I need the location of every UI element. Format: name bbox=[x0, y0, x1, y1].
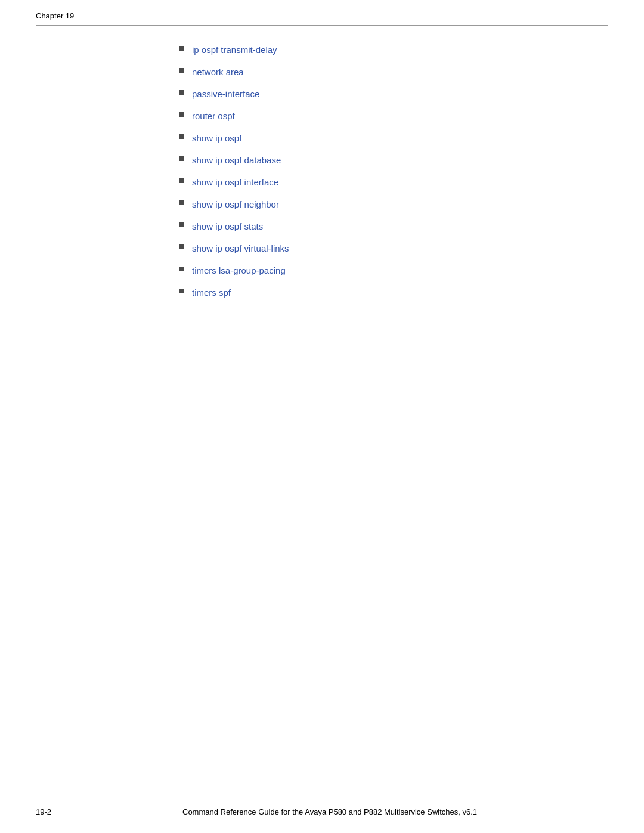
list-item: network area bbox=[179, 66, 608, 78]
toc-link-3[interactable]: passive-interface bbox=[192, 88, 259, 100]
bullet-icon bbox=[179, 289, 184, 293]
list-item: timers spf bbox=[179, 286, 608, 299]
bullet-icon bbox=[179, 134, 184, 139]
footer-area: 19-2 Command Reference Guide for the Ava… bbox=[0, 801, 644, 816]
list-item: show ip ospf stats bbox=[179, 220, 608, 233]
list-item: timers lsa-group-pacing bbox=[179, 264, 608, 277]
list-item: show ip ospf neighbor bbox=[179, 198, 608, 210]
footer-page-number: 19-2 bbox=[36, 807, 51, 816]
list-item: show ip ospf interface bbox=[179, 176, 608, 188]
bullet-icon bbox=[179, 178, 184, 183]
bullet-icon bbox=[179, 112, 184, 117]
list-item: router ospf bbox=[179, 110, 608, 122]
bullet-icon bbox=[179, 46, 184, 51]
toc-link-8[interactable]: show ip ospf neighbor bbox=[192, 198, 279, 210]
bullet-icon bbox=[179, 200, 184, 205]
toc-list: ip ospf transmit-delaynetwork areapassiv… bbox=[179, 44, 608, 299]
bullet-icon bbox=[179, 267, 184, 271]
toc-link-7[interactable]: show ip ospf interface bbox=[192, 176, 278, 188]
toc-link-4[interactable]: router ospf bbox=[192, 110, 235, 122]
list-item: ip ospf transmit-delay bbox=[179, 44, 608, 56]
toc-link-11[interactable]: timers lsa-group-pacing bbox=[192, 264, 286, 277]
content-area: ip ospf transmit-delaynetwork areapassiv… bbox=[0, 26, 644, 344]
footer-title: Command Reference Guide for the Avaya P5… bbox=[51, 807, 608, 816]
list-item: show ip ospf bbox=[179, 132, 608, 144]
list-item: passive-interface bbox=[179, 88, 608, 100]
bullet-icon bbox=[179, 156, 184, 161]
toc-link-6[interactable]: show ip ospf database bbox=[192, 154, 281, 166]
header-area: Chapter 19 bbox=[0, 0, 644, 20]
chapter-label: Chapter 19 bbox=[36, 11, 74, 20]
bullet-icon bbox=[179, 244, 184, 249]
list-item: show ip ospf database bbox=[179, 154, 608, 166]
bullet-icon bbox=[179, 222, 184, 227]
toc-link-1[interactable]: ip ospf transmit-delay bbox=[192, 44, 277, 56]
page-container: Chapter 19 ip ospf transmit-delaynetwork… bbox=[0, 0, 644, 833]
toc-link-2[interactable]: network area bbox=[192, 66, 244, 78]
bullet-icon bbox=[179, 68, 184, 73]
list-item: show ip ospf virtual-links bbox=[179, 242, 608, 255]
toc-link-10[interactable]: show ip ospf virtual-links bbox=[192, 242, 289, 255]
bullet-icon bbox=[179, 90, 184, 95]
toc-link-12[interactable]: timers spf bbox=[192, 286, 231, 299]
toc-link-9[interactable]: show ip ospf stats bbox=[192, 220, 263, 233]
toc-link-5[interactable]: show ip ospf bbox=[192, 132, 242, 144]
